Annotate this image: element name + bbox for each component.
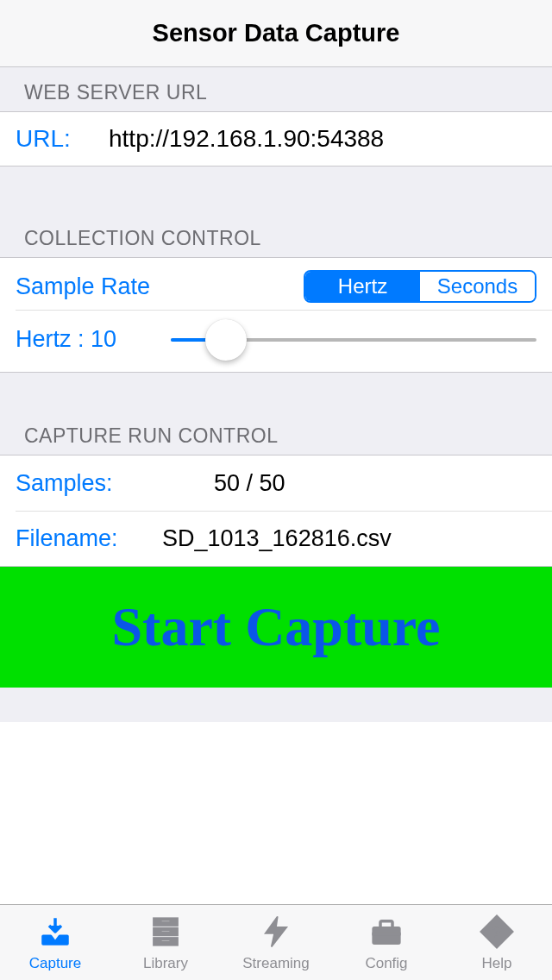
rate-slider[interactable]: [171, 323, 536, 357]
svg-rect-7: [373, 933, 400, 934]
capture-group: Samples: 50 / 50 Filename: SD_1013_16281…: [0, 455, 552, 567]
archive-drawers-icon: [147, 914, 184, 953]
segment-seconds[interactable]: Seconds: [420, 272, 535, 301]
svg-rect-3: [161, 920, 171, 921]
tab-streaming[interactable]: Streaming: [221, 905, 331, 980]
hertz-value-label: Hertz : 10: [16, 326, 145, 353]
filename-label: Filename:: [16, 525, 162, 552]
main-content: WEB SERVER URL URL: http://192.168.1.90:…: [0, 67, 552, 904]
navigation-bar: Sensor Data Capture: [0, 0, 552, 67]
toolbox-icon: [368, 914, 405, 953]
samples-value: 50 / 50: [214, 470, 285, 497]
tab-capture[interactable]: Capture: [0, 905, 110, 980]
section-header-capture: CAPTURE RUN CONTROL: [0, 373, 552, 455]
blank-area: [0, 722, 552, 904]
tab-label: Help: [482, 955, 512, 972]
tab-label: Library: [143, 955, 188, 972]
tab-library[interactable]: Library: [110, 905, 221, 980]
tab-label: Config: [365, 955, 407, 972]
collection-group: Sample Rate Hertz Seconds Hertz : 10: [0, 257, 552, 373]
url-label: URL:: [16, 125, 109, 153]
sample-rate-label: Sample Rate: [16, 273, 150, 300]
segment-hertz[interactable]: Hertz: [305, 272, 420, 301]
tab-label: Streaming: [242, 955, 309, 972]
page-title: Sensor Data Capture: [153, 19, 400, 47]
tab-label: Capture: [29, 955, 81, 972]
question-diamond-icon: ?: [479, 914, 515, 953]
section-header-collection: COLLECTION CONTROL: [0, 166, 552, 257]
svg-text:?: ?: [492, 921, 503, 941]
svg-rect-5: [161, 939, 171, 941]
url-row: URL: http://192.168.1.90:54388: [0, 111, 552, 166]
tab-help[interactable]: ? Help: [442, 905, 552, 980]
tab-bar: Capture Library Streaming Config ? Help: [0, 904, 552, 980]
start-capture-button[interactable]: Start Capture: [0, 567, 552, 688]
slider-thumb[interactable]: [205, 319, 247, 361]
unit-segmented-control[interactable]: Hertz Seconds: [304, 270, 536, 303]
inbox-download-icon: [37, 914, 73, 953]
lightning-bolt-icon: [258, 914, 294, 953]
samples-label: Samples:: [16, 470, 214, 497]
url-value: http://192.168.1.90:54388: [109, 125, 384, 153]
filename-value: SD_1013_162816.csv: [162, 525, 392, 552]
section-header-web: WEB SERVER URL: [0, 67, 552, 111]
svg-rect-4: [161, 930, 171, 932]
tab-config[interactable]: Config: [331, 905, 442, 980]
